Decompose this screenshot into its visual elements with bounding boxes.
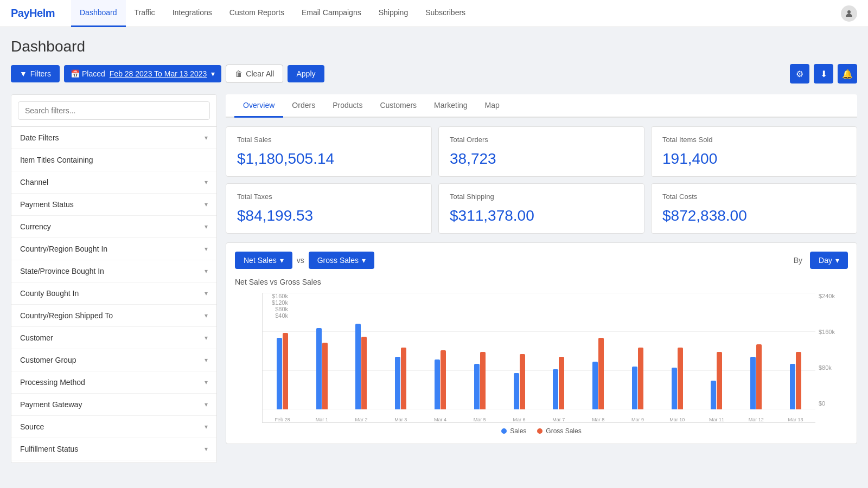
svg-point-0 [847,10,851,14]
x-label: Mar 13 [776,417,815,422]
calendar-icon: 📅 [71,69,80,78]
sales-bar [277,338,282,409]
bar-group [618,348,658,409]
chevron-down-icon: ▾ [211,69,215,78]
tab-orders[interactable]: Orders [283,94,324,118]
sales-bar [395,357,400,409]
gross-sales-bar [717,352,722,409]
filter-item-country-region-shipped-to[interactable]: Country/Region Shipped To▾ [11,305,216,327]
stats-grid: Total Sales $1,180,505.14 Total Orders 3… [226,126,857,234]
gross-sales-bar [441,350,446,409]
chart-title: Net Sales vs Gross Sales [235,278,848,286]
net-sales-dropdown[interactable]: Net Sales ▾ [235,252,292,269]
filter-item-state-province-bought-in[interactable]: State/Province Bought In▾ [11,260,216,282]
nav-link-dashboard[interactable]: Dashboard [71,0,126,27]
chevron-icon: ▾ [205,356,208,364]
x-label: Mar 7 [539,417,578,422]
day-dropdown[interactable]: Day ▾ [810,252,848,269]
stat-label: Total Orders [450,136,633,144]
sales-bar [750,357,756,409]
gross-sales-bar [283,333,288,409]
sales-bar [711,381,716,409]
filter-item-country-region-bought-in[interactable]: Country/Region Bought In▾ [11,238,216,260]
bar-group [697,352,737,409]
download-icon-button[interactable]: ⬇ [814,64,833,84]
tab-marketing[interactable]: Marketing [425,94,476,118]
nav-right [841,5,857,22]
placed-date-button[interactable]: 📅 Placed Feb 28 2023 To Mar 13 2023 ▾ [64,65,221,82]
filter-item-fulfillment-status[interactable]: Fulfillment Status▾ [11,438,216,460]
filter-item-shipping-provider[interactable]: Shipping Provider▾ [11,460,216,463]
filter-item-payment-gateway[interactable]: Payment Gateway▾ [11,394,216,416]
gross-sales-bar [361,337,367,409]
tab-overview[interactable]: Overview [234,94,283,118]
sales-bar [355,324,361,409]
page-content: Dashboard ▼ Filters 📅 Placed Feb 28 2023… [0,27,868,474]
stat-card-total-sales: Total Sales $1,180,505.14 [226,126,432,177]
gross-sales-bar [520,354,525,409]
gross-sales-bar [598,338,604,409]
notification-icon-button[interactable]: 🔔 [838,64,857,84]
stat-card-total-costs: Total Costs $872,838.00 [651,183,857,234]
tab-map[interactable]: Map [476,94,508,118]
filter-icon: ▼ [20,69,27,78]
tab-customers[interactable]: Customers [371,94,425,118]
stat-card-total-taxes: Total Taxes $84,199.53 [226,183,432,234]
nav-link-custom-reports[interactable]: Custom Reports [221,0,293,27]
nav-link-email-campaigns[interactable]: Email Campaigns [293,0,370,27]
stat-value: $84,199.53 [237,207,420,224]
gross-sales-dropdown[interactable]: Gross Sales ▾ [309,252,374,269]
bar-group [776,352,815,409]
filters-button[interactable]: ▼ Filters [11,65,60,82]
stat-value: 38,723 [450,150,633,168]
x-label: Mar 11 [697,417,737,422]
filter-item-currency[interactable]: Currency▾ [11,216,216,238]
filter-item-channel[interactable]: Channel▾ [11,171,216,194]
main-layout: Date Filters▾Item Titles ContainingChann… [11,94,857,463]
nav-link-traffic[interactable]: Traffic [126,0,164,27]
chevron-icon: ▾ [205,134,208,142]
bar-group [736,344,776,409]
tab-products[interactable]: Products [324,94,371,118]
trash-icon: 🗑 [235,69,242,78]
filter-item-customer-group[interactable]: Customer Group▾ [11,349,216,371]
nav-link-subscribers[interactable]: Subscribers [417,0,474,27]
filter-item-item-titles-containing[interactable]: Item Titles Containing [11,149,216,171]
bar-group [460,352,500,409]
bar-group [263,333,302,409]
apply-button[interactable]: Apply [288,65,324,82]
stat-value: $872,838.00 [662,207,846,224]
bar-group [539,357,578,409]
chevron-icon: ▾ [205,290,208,297]
stat-card-total-orders: Total Orders 38,723 [438,126,644,177]
legend-dot [537,428,542,434]
x-label: Mar 8 [578,417,618,422]
filter-item-source[interactable]: Source▾ [11,416,216,438]
search-box [11,95,216,127]
stat-label: Total Taxes [237,192,420,201]
sales-bar [632,367,637,409]
gross-sales-bar [756,344,762,409]
nav-link-shipping[interactable]: Shipping [370,0,417,27]
sales-bar [474,364,480,409]
search-input[interactable] [18,101,210,120]
filter-item-date-filters[interactable]: Date Filters▾ [11,127,216,149]
chevron-icon: ▾ [205,178,208,186]
filter-item-county-bought-in[interactable]: County Bought In▾ [11,282,216,305]
clear-all-button[interactable]: 🗑 Clear All [226,65,283,83]
x-label: Mar 3 [381,417,420,422]
filter-item-processing-method[interactable]: Processing Method▾ [11,371,216,394]
legend-item-sales: Sales [501,427,526,435]
x-label: Mar 1 [302,417,342,422]
logo[interactable]: PayHelm [11,7,55,20]
stat-label: Total Items Sold [662,136,846,144]
x-label: Mar 12 [736,417,776,422]
user-avatar[interactable] [841,5,857,22]
filter-item-customer[interactable]: Customer▾ [11,327,216,349]
chart-section: Net Sales ▾ vs Gross Sales ▾ By Day ▾ Ne… [226,242,857,444]
page-title: Dashboard [11,38,857,55]
legend-item-gross-sales: Gross Sales [537,427,581,435]
filter-item-payment-status[interactable]: Payment Status▾ [11,194,216,216]
settings-icon-button[interactable]: ⚙ [790,64,809,84]
nav-link-integrations[interactable]: Integrations [164,0,221,27]
